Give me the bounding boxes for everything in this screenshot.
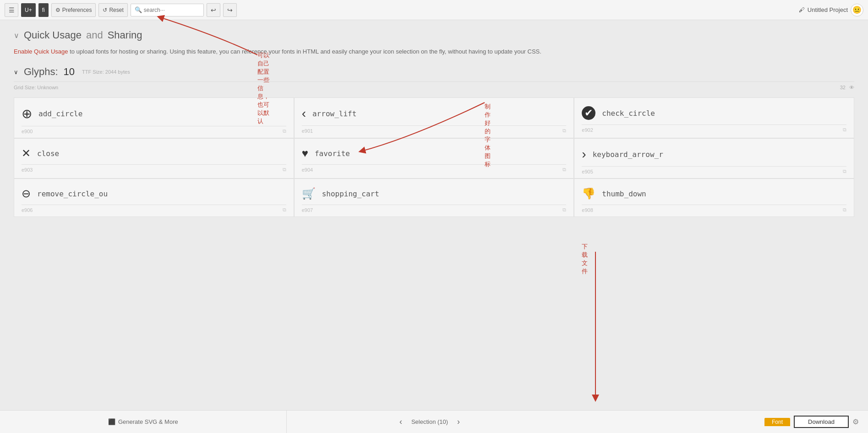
glyph-icon-row: ♥ favorite [302,147,567,160]
generate-svg-button[interactable]: ⬛ Generate SVG & More [0,411,287,433]
glyph-code: e901 [302,128,313,134]
glyph-name: close [37,149,59,158]
search-input[interactable] [144,7,200,13]
glyph-icon-remove_circle_ou: ⊖ [22,187,31,200]
fi-button[interactable]: fi [38,3,49,17]
glyph-name: check_circle [602,109,655,118]
quick-usage-description: Enable Quick Usage to upload fonts for h… [14,47,854,57]
glyph-icon-row: ✕ close [22,147,286,160]
glyph-cell[interactable]: › keyboard_arrow_r e905 ⧉ [574,138,854,179]
glyph-icon-close: ✕ [22,147,31,160]
user-avatar[interactable]: 😐 [851,4,863,16]
glyph-icon-shopping_cart: 🛒 [302,187,316,200]
glyph-icon-favorite: ♥ [302,147,308,160]
glyph-cell[interactable]: 👎 thumb_down e908 ⧉ [574,179,854,217]
ttf-size-label: TTF Size: 2044 bytes [82,69,130,75]
glyph-name: keyboard_arrow_r [593,150,663,159]
undo-button[interactable]: ↩ [207,3,220,17]
grid-info: Grid Size: Unknown 32 👁 [14,81,854,93]
gear-icon: ⚙ [55,7,60,13]
redo-button[interactable]: ↪ [223,3,237,17]
u-plus-button[interactable]: U+ [21,3,36,17]
project-name-area: 🖋 Untitled Project [799,6,848,13]
glyph-code: e905 [582,169,593,174]
glyph-icon-row: 🛒 shopping_cart [302,187,567,200]
settings-gear-icon[interactable]: ⚙ [852,417,859,426]
quick-usage-section-title: ∨ Quick Usage and Sharing [14,29,854,41]
glyph-grid: ⊕ add_circle e900 ⧉ ‹ arrow_lift e901 ⧉ … [14,97,854,217]
glyph-cell[interactable]: ‹ arrow_lift e901 ⧉ [294,97,574,138]
eye-icon[interactable]: 👁 [849,85,854,90]
glyph-footer: e907 ⧉ [302,205,567,213]
prev-icon[interactable]: ‹ [399,417,402,427]
glyph-footer: e908 ⧉ [582,205,846,213]
glyph-copy-icon[interactable]: ⧉ [283,167,286,173]
project-icon: 🖋 [799,6,805,13]
glyph-icon-check_circle: ✔ [582,106,595,120]
download-button[interactable]: Download [794,416,849,428]
bottom-right: Font Download ⚙ [573,416,868,428]
glyph-code: e903 [22,167,33,173]
glyph-icon-row: 👎 thumb_down [582,187,846,200]
glyphs-chevron[interactable]: ∨ [14,69,18,76]
redo-icon: ↪ [227,6,233,14]
glyph-cell[interactable]: 🛒 shopping_cart e907 ⧉ [294,179,574,217]
glyph-footer: e901 ⧉ [302,125,567,134]
main-content: ∨ Quick Usage and Sharing Enable Quick U… [0,20,868,410]
glyph-cell[interactable]: ⊖ remove_circle_ou e906 ⧉ [14,179,294,217]
glyph-footer: e905 ⧉ [582,166,846,174]
glyph-cell[interactable]: ✔ check_circle e902 ⧉ [574,97,854,138]
selection-label: Selection (10) [411,418,448,425]
glyph-footer: e900 ⧉ [22,126,286,134]
glyph-code: e902 [582,127,593,133]
glyph-footer: e902 ⧉ [582,124,846,133]
glyph-footer: e904 ⧉ [302,164,567,173]
glyph-copy-icon[interactable]: ⧉ [562,128,566,134]
glyph-icon-row: › keyboard_arrow_r [582,147,846,162]
glyph-copy-icon[interactable]: ⧉ [283,207,286,213]
glyph-icon-row: ✔ check_circle [582,106,846,120]
glyph-copy-icon[interactable]: ⧉ [562,207,566,213]
undo-icon: ↩ [211,6,216,14]
quick-usage-chevron[interactable]: ∨ [14,31,19,40]
glyph-footer: e903 ⧉ [22,164,286,173]
glyph-copy-icon[interactable]: ⧉ [562,167,566,173]
glyph-name: shopping_cart [322,189,379,198]
glyph-icon-arrow_lift: ‹ [302,106,306,121]
glyph-icon-add_circle: ⊕ [22,106,32,121]
glyph-icon-row: ⊕ add_circle [22,106,286,121]
glyph-cell[interactable]: ✕ close e903 ⧉ [14,138,294,179]
glyph-code: e906 [22,207,33,213]
project-title: Untitled Project [808,6,848,13]
glyph-name: remove_circle_ou [37,189,108,198]
search-icon: 🔍 [135,6,142,13]
glyph-copy-icon[interactable]: ⧉ [843,168,846,174]
generate-icon: ⬛ [108,418,115,425]
glyph-icon-row: ‹ arrow_lift [302,106,567,121]
glyph-copy-icon[interactable]: ⧉ [843,207,846,213]
glyph-copy-icon[interactable]: ⧉ [283,128,286,134]
glyph-name: add_circle [38,109,82,118]
next-icon[interactable]: › [457,417,460,427]
glyph-code: e900 [22,129,33,134]
preferences-button[interactable]: ⚙ Preferences [51,3,96,17]
glyph-footer: e906 ⧉ [22,205,286,213]
glyph-icon-keyboard_arrow_r: › [582,147,586,162]
glyph-cell[interactable]: ⊕ add_circle e900 ⧉ [14,97,294,138]
search-box[interactable]: 🔍 [131,4,204,16]
menu-button[interactable]: ☰ [5,3,18,17]
selection-nav: ‹ Selection (10) › [287,417,573,427]
reset-button[interactable]: ↺ Reset [98,3,127,17]
bottom-bar: ⬛ Generate SVG & More ‹ Selection (10) ›… [0,410,868,433]
glyph-copy-icon[interactable]: ⧉ [843,127,846,133]
enable-quick-usage-link[interactable]: Enable Quick Usage [14,48,68,55]
glyph-name: thumb_down [602,189,646,198]
glyphs-section-header: ∨ Glyphs: 10 TTF Size: 2044 bytes [14,66,854,78]
font-tab[interactable]: Font [764,418,790,426]
glyph-cell[interactable]: ♥ favorite e904 ⧉ [294,138,574,179]
glyph-name: favorite [315,149,350,158]
glyph-code: e908 [582,207,593,213]
reset-icon: ↺ [103,7,107,13]
glyph-icon-row: ⊖ remove_circle_ou [22,187,286,200]
menu-icon: ☰ [9,6,15,14]
